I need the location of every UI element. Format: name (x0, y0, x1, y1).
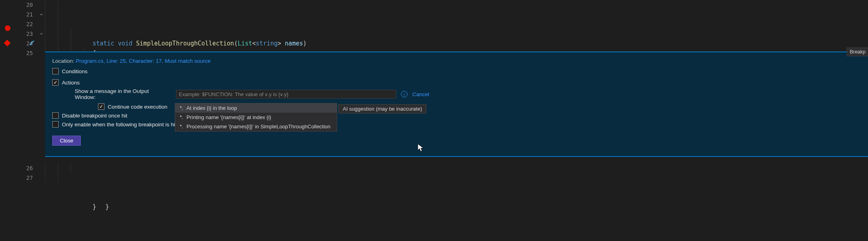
ai-suggestion-badge: AI suggestion (may be inaccurate) (338, 104, 426, 113)
location-label: Location: (52, 58, 76, 64)
suggestion-item[interactable]: Printing name '{names[i]}' at index {i} (175, 113, 337, 122)
message-label: Show a message in the Output Window: (75, 88, 171, 100)
line-number: 21 (18, 10, 38, 19)
message-input[interactable] (176, 90, 396, 99)
line-number: 27 (18, 173, 38, 183)
cancel-link[interactable]: Cancel (412, 91, 429, 97)
line-number: 25 (18, 48, 38, 58)
breakpoint-glyph-pending[interactable] (5, 25, 10, 31)
quick-actions-icon[interactable] (29, 40, 35, 47)
fold-toggle[interactable] (38, 0, 45, 10)
sparkle-icon (178, 124, 183, 129)
actions-label: Actions (62, 80, 80, 86)
suggestion-text: Processing name '{names[i]}' in SimpleLo… (186, 124, 330, 130)
line-number-gutter: 20 21 22 23 24 25 26 27 (18, 0, 38, 241)
suggestion-popup: At index {i} in the loop Printing name '… (175, 103, 337, 132)
suggestion-item[interactable]: Processing name '{names[i]}' in SimpleLo… (175, 122, 337, 131)
breakpoint-glyph-tracepoint[interactable] (4, 40, 11, 47)
suggestion-text: Printing name '{names[i]}' at index {i} (186, 114, 271, 120)
continue-execution-checkbox[interactable] (98, 103, 104, 110)
continue-execution-label: Continue code execution (108, 104, 168, 110)
line-number: 22 (18, 19, 38, 29)
location-value: Program.cs, Line: 25, Character: 17, Mus… (76, 58, 211, 64)
only-enable-label: Only enable when the following breakpoin… (62, 122, 178, 128)
sparkle-icon (178, 106, 183, 111)
suggestion-text: At index {i} in the loop (186, 105, 237, 111)
breakpoint-settings-panel: Location: Program.cs, Line: 25, Characte… (45, 51, 868, 157)
fold-column (38, 0, 45, 241)
line-number: 23 (18, 29, 38, 39)
line-number: 20 (18, 0, 38, 10)
only-enable-checkbox[interactable] (52, 121, 59, 128)
sparkle-icon (178, 115, 183, 120)
conditions-label: Conditions (62, 68, 88, 74)
line-number: 26 (18, 163, 38, 173)
glyph-margin[interactable] (0, 0, 18, 241)
svg-point-0 (30, 44, 31, 45)
fold-toggle[interactable] (38, 10, 45, 19)
info-icon[interactable]: i (401, 91, 407, 97)
close-button[interactable]: Close (52, 136, 81, 146)
disable-once-checkbox[interactable] (52, 112, 59, 119)
conditions-checkbox[interactable] (52, 68, 59, 74)
disable-once-label: Disable breakpoint once hit (62, 113, 127, 119)
fold-toggle[interactable] (38, 29, 45, 39)
breakpoints-side-tab[interactable]: Breakp (847, 47, 868, 56)
breakpoint-location: Location: Program.cs, Line: 25, Characte… (52, 58, 861, 64)
actions-checkbox[interactable] (52, 79, 59, 86)
suggestion-item[interactable]: At index {i} in the loop (175, 103, 337, 113)
